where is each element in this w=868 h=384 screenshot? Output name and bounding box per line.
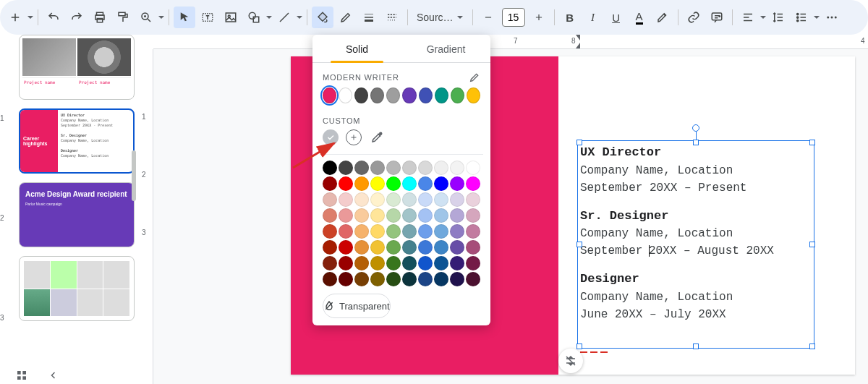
color-swatch[interactable] [339, 176, 353, 191]
theme-color-swatch[interactable] [467, 88, 480, 103]
color-swatch[interactable] [402, 256, 417, 270]
text-color-button[interactable]: A [629, 7, 650, 28]
color-swatch[interactable] [370, 176, 385, 191]
slide-thumbnail-3[interactable]: Acme Design Award recipient Parlor Music… [19, 182, 135, 247]
theme-color-swatch[interactable] [354, 88, 368, 103]
color-swatch[interactable] [354, 176, 369, 191]
highlight-color-button[interactable] [652, 7, 673, 28]
color-swatch[interactable] [370, 161, 385, 175]
color-swatch[interactable] [434, 256, 448, 270]
autofit-options-button[interactable] [558, 349, 583, 373]
color-swatch[interactable] [434, 161, 448, 175]
color-swatch[interactable] [386, 272, 401, 286]
border-dash-button[interactable] [381, 7, 403, 28]
color-swatch[interactable] [418, 192, 433, 207]
color-swatch[interactable] [450, 192, 464, 207]
color-swatch[interactable] [370, 240, 385, 255]
color-swatch[interactable] [386, 192, 401, 207]
color-swatch[interactable] [434, 240, 448, 255]
color-swatch[interactable] [354, 272, 369, 286]
color-swatch[interactable] [402, 176, 417, 191]
grid-view-icon[interactable] [16, 370, 27, 381]
prev-slide-icon[interactable] [49, 371, 58, 380]
image-tool-button[interactable] [220, 7, 242, 28]
resize-handle-bm[interactable] [693, 344, 699, 349]
color-swatch[interactable] [386, 224, 401, 239]
slide-thumbnail-2[interactable]: Career highlights UX DirectorCompany Nam… [19, 108, 135, 174]
filmstrip-scrollbar[interactable] [132, 150, 136, 201]
color-swatch[interactable] [370, 208, 385, 223]
insert-comment-button[interactable] [706, 7, 728, 28]
align-button[interactable] [737, 7, 759, 28]
resize-handle-mr[interactable] [809, 242, 815, 247]
color-swatch[interactable] [434, 176, 448, 191]
color-swatch[interactable] [418, 272, 433, 286]
color-swatch[interactable] [339, 224, 353, 239]
color-swatch[interactable] [466, 192, 480, 207]
tab-gradient[interactable]: Gradient [401, 35, 490, 62]
textbox-tool-button[interactable] [197, 7, 218, 28]
color-swatch[interactable] [323, 240, 337, 255]
color-swatch[interactable] [339, 192, 353, 207]
border-color-button[interactable] [335, 7, 357, 28]
resize-handle-tm[interactable] [693, 140, 699, 145]
resize-handle-tl[interactable] [576, 140, 582, 145]
new-slide-button[interactable] [4, 7, 26, 28]
tab-solid[interactable]: Solid [312, 35, 401, 62]
eyedropper-button[interactable] [369, 129, 385, 145]
theme-color-swatch[interactable] [435, 88, 448, 103]
add-custom-color-button[interactable] [346, 129, 362, 145]
color-swatch[interactable] [418, 224, 433, 239]
editing-stage[interactable]: hts UX Director Company Name, Locat [153, 49, 868, 384]
color-swatch[interactable] [450, 272, 464, 286]
color-swatch[interactable] [354, 161, 369, 175]
color-swatch[interactable] [450, 256, 464, 270]
line-spacing-button[interactable] [767, 7, 789, 28]
zoom-button[interactable] [135, 7, 157, 28]
color-swatch[interactable] [354, 240, 369, 255]
theme-color-swatch[interactable] [370, 88, 384, 103]
color-swatch[interactable] [402, 240, 417, 255]
color-swatch[interactable] [466, 224, 480, 239]
color-swatch[interactable] [466, 240, 480, 255]
color-swatch[interactable] [323, 256, 337, 270]
color-swatch[interactable] [402, 272, 417, 286]
color-swatch[interactable] [354, 208, 369, 223]
dropdown-caret-icon[interactable] [27, 11, 33, 24]
color-swatch[interactable] [386, 176, 401, 191]
color-swatch[interactable] [370, 192, 385, 207]
color-swatch[interactable] [386, 256, 401, 270]
slide-thumbnail-1[interactable]: Project name Project name [19, 35, 135, 100]
color-swatch[interactable] [370, 256, 385, 270]
color-swatch[interactable] [370, 272, 385, 286]
transparent-button[interactable]: Transparent [323, 294, 391, 318]
insert-link-button[interactable] [683, 7, 705, 28]
color-swatch[interactable] [434, 192, 448, 207]
color-swatch[interactable] [386, 161, 401, 175]
font-size-decrease-button[interactable] [477, 7, 499, 28]
font-size-increase-button[interactable] [528, 7, 550, 28]
resize-handle-tr[interactable] [809, 140, 815, 145]
shape-caret-icon[interactable] [266, 11, 272, 24]
color-swatch[interactable] [339, 272, 353, 286]
color-swatch[interactable] [450, 161, 464, 175]
color-swatch[interactable] [323, 208, 337, 223]
more-button[interactable] [821, 7, 843, 28]
color-swatch[interactable] [354, 192, 369, 207]
color-swatch[interactable] [339, 208, 353, 223]
align-caret-icon[interactable] [760, 11, 766, 24]
theme-color-swatch[interactable] [386, 88, 400, 103]
color-swatch[interactable] [450, 176, 464, 191]
color-swatch[interactable] [370, 224, 385, 239]
line-tool-button[interactable] [273, 7, 295, 28]
theme-color-swatch[interactable] [323, 88, 336, 103]
custom-color-none[interactable] [323, 129, 339, 145]
color-swatch[interactable] [339, 256, 353, 270]
color-swatch[interactable] [339, 161, 353, 175]
print-button[interactable] [89, 7, 111, 28]
underline-button[interactable]: U [605, 7, 627, 28]
color-swatch[interactable] [323, 176, 337, 191]
color-swatch[interactable] [386, 240, 401, 255]
color-swatch[interactable] [418, 208, 433, 223]
theme-color-swatch[interactable] [402, 88, 416, 103]
